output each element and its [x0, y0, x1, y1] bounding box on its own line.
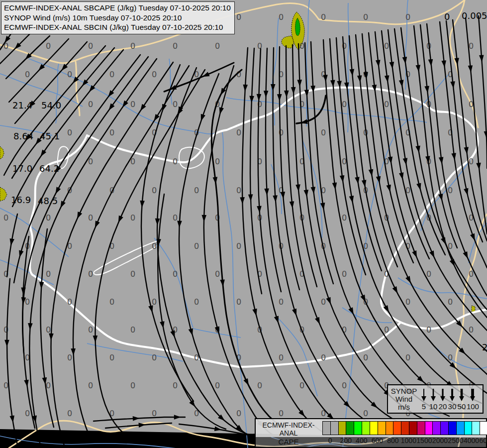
- cape-patch: [0, 187, 7, 201]
- cape-colorbar-cell: [386, 422, 394, 435]
- river: [222, 132, 248, 448]
- cape-tick-label: 6000: [479, 437, 487, 445]
- streamline-arrowhead: [468, 65, 474, 73]
- cape-colorbar-cell: [472, 422, 480, 435]
- cape-colorbar-cell: [331, 422, 339, 435]
- wind-legend-title-line2: Wind: [390, 395, 418, 403]
- streamline-arrowhead: [357, 75, 363, 83]
- wind-arrow-icon: [468, 388, 477, 402]
- grid-zero-label: 0: [152, 297, 157, 307]
- grid-zero-label: 0: [215, 269, 220, 279]
- grid-zero-label: 0: [257, 41, 262, 51]
- grid-zero-label: 0: [173, 381, 178, 390]
- streamline-arrowhead: [412, 250, 419, 259]
- streamline-arrowhead: [17, 250, 24, 258]
- streamline-arrowhead: [264, 189, 269, 196]
- streamline-arrowhead: [249, 96, 254, 103]
- streamline-arrowhead: [376, 60, 381, 67]
- cape-colorbar-cell: [465, 422, 473, 435]
- map-value-label: 2: [482, 342, 487, 352]
- streamline-arrowhead: [304, 90, 309, 97]
- grid-zero-label: 0: [3, 381, 8, 390]
- cape-colorbar-cell: [433, 422, 441, 435]
- grid-zero-label: 0: [215, 41, 220, 51]
- grid-zero-label: 0: [152, 409, 157, 418]
- streamline-arrowhead: [470, 233, 477, 242]
- cape-colorbar: [322, 421, 487, 435]
- streamline-arrowhead: [416, 65, 421, 72]
- streamline-arrowhead: [155, 219, 160, 225]
- wind-arrow-icon: [438, 388, 447, 402]
- grid-zero-label: 0: [152, 70, 157, 79]
- station-value-labels: 21.454.08.6445.117.064.216.948.500.0052: [11, 10, 487, 352]
- grid-zero-label: 0: [67, 353, 72, 362]
- river: [398, 278, 487, 299]
- wind-legend-arrow-item: 20: [438, 388, 447, 411]
- streamline-arrowhead: [277, 94, 282, 101]
- grid-zero-label: 0: [363, 12, 368, 22]
- streamline-arrowhead: [177, 221, 182, 227]
- grid-zero-label: 0: [236, 12, 241, 22]
- streamline-arrowhead: [243, 378, 251, 387]
- cape-colorbar-cell: [401, 422, 409, 435]
- grid-zero-label: 0: [46, 325, 51, 335]
- map-value-label: 45.1: [40, 131, 60, 141]
- streamline-arrowhead: [463, 251, 470, 260]
- grid-zero-label: 0: [46, 269, 51, 279]
- streamline-arrowhead: [290, 201, 295, 209]
- grid-zero-label: 0: [236, 186, 241, 195]
- cape-colorbar-cell: [370, 422, 378, 435]
- streamline-arrowhead: [27, 323, 32, 331]
- grid-zero-label: 0: [469, 325, 474, 335]
- wind-legend-arrows: 5 10 20 30 50 100: [418, 388, 481, 411]
- grid-zero-label: 0: [384, 100, 389, 109]
- streamline-arrowhead: [292, 309, 299, 317]
- grid-zero-label: 0: [279, 409, 284, 418]
- grid-zero-label: 0: [3, 325, 8, 335]
- grid-zero-label: 0: [88, 269, 93, 279]
- streamline-arrowhead: [326, 297, 333, 305]
- grid-zero-label: 0: [257, 381, 262, 390]
- streamline-arrowhead: [213, 177, 218, 184]
- grid-zero-label: 0: [363, 353, 368, 362]
- wind-legend-arrow-item: 5: [419, 388, 428, 411]
- wind-legend: SYNOP Wind m/s 5 10 20 30 50: [387, 384, 484, 414]
- streamline: [94, 417, 185, 421]
- streamline: [298, 44, 433, 423]
- streamline-arrowhead: [284, 91, 289, 98]
- cape-tick-label: 200: [340, 437, 352, 445]
- wind-arrow-icon: [457, 388, 466, 402]
- streamline-arrowhead: [75, 212, 83, 220]
- streamline-arrowhead: [476, 163, 482, 170]
- streamline-arrowhead: [264, 91, 269, 98]
- grid-zero-label: 0: [257, 100, 262, 109]
- grid-zero-label: 0: [426, 325, 431, 335]
- wind-legend-title-line1: SYNOP: [390, 387, 418, 395]
- streamline-arrowhead: [386, 185, 392, 193]
- grid-zero-label: 0: [173, 157, 178, 166]
- streamline-arrowhead: [243, 85, 248, 92]
- grid-zero-label: 0: [46, 213, 51, 223]
- streamline-arrowhead: [49, 334, 54, 340]
- wind-arrow-icon: [448, 388, 457, 402]
- grid-zero-label: 0: [279, 297, 284, 307]
- grid-zero-label: 0: [88, 41, 93, 51]
- grid-zero-label: 0: [88, 213, 93, 223]
- map-value-label: 17.0: [12, 163, 32, 174]
- streamline-arrowhead: [450, 81, 456, 89]
- streamline-arrowhead: [315, 317, 322, 326]
- cape-colorbar-cell: [425, 422, 433, 435]
- river: [348, 3, 349, 132]
- grid-zero-label: 0: [321, 353, 326, 362]
- grid-zero-label: 0: [194, 297, 199, 307]
- wind-arrow-icon: [429, 388, 438, 402]
- streamline-arrowhead: [93, 221, 99, 229]
- grid-zero-label: 0: [109, 353, 114, 362]
- cape-tick-label: 1500: [416, 437, 432, 445]
- streamline-arrowhead: [201, 215, 206, 222]
- grid-zero-label: 0: [152, 186, 157, 195]
- cape-tick-label: 600: [372, 437, 383, 445]
- grid-zero-label: 0: [236, 297, 241, 307]
- wind-speed-label: 5: [422, 402, 426, 411]
- cape-tick-label: 1000: [401, 437, 416, 445]
